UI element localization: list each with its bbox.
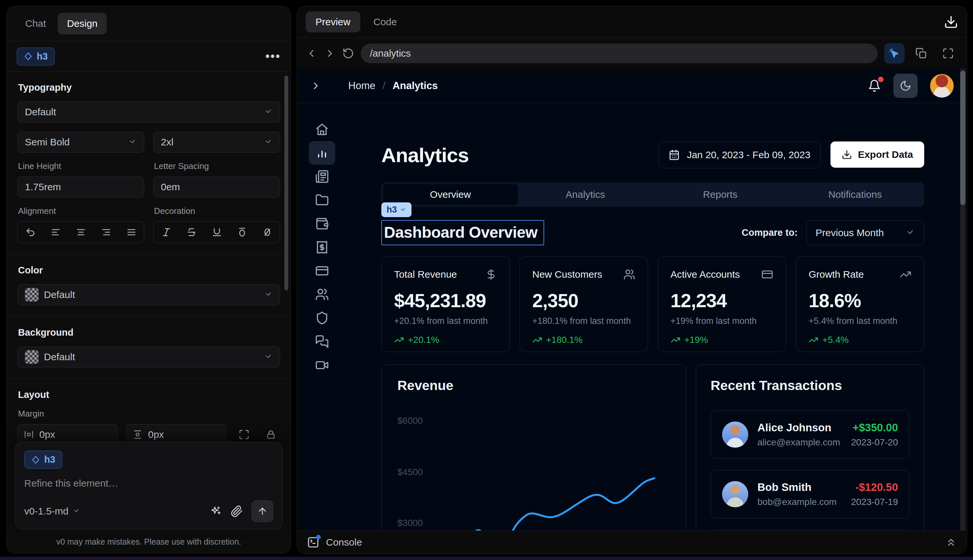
transaction-name: Bob Smith [758,481,837,493]
dollar-sign-icon [485,268,497,280]
dashboard-tabs: OverviewAnalyticsReportsNotifications [381,182,924,207]
diamond-icon [31,455,40,464]
copy-button[interactable] [911,43,931,63]
margin-x-value: 0px [39,429,55,440]
sidebar-item-shield[interactable] [309,306,335,330]
font-weight-select[interactable]: Semi Bold [17,132,144,153]
dashboard-tab-notifications[interactable]: Notifications [788,184,923,205]
decoration-underline-button[interactable] [204,222,229,243]
margin-label: Margin [18,409,280,419]
sidebar-item-wallet[interactable] [309,212,335,235]
selection-tag-badge[interactable]: h3 [381,202,412,217]
transaction-item[interactable]: Alice Johnson alice@example.com +$350.00… [711,410,910,459]
letter-spacing-input[interactable]: 0em [154,177,280,197]
transaction-email: bob@example.com [758,497,837,507]
theme-toggle-button[interactable] [893,74,918,98]
align-left-icon [50,227,61,237]
composer-element-badge[interactable]: h3 [24,451,62,468]
trending-up-icon [809,335,818,345]
transaction-amount: -$120.50 [851,481,898,493]
font-family-select[interactable]: Default [17,102,280,122]
sidebar-item-newspaper[interactable] [309,165,335,188]
transaction-date: 2023-07-20 [851,437,898,448]
align-align-left-button[interactable] [43,222,68,243]
color-select[interactable]: Default [17,284,280,305]
tab-design[interactable]: Design [58,13,107,34]
chevrons-up-icon[interactable] [945,537,957,548]
send-button[interactable] [252,500,273,522]
dashboard-tab-reports[interactable]: Reports [653,184,788,205]
stat-subtext: +180.1% from last month [532,316,635,326]
more-options-button[interactable]: ••• [265,50,281,63]
stat-card: Growth Rate 18.6% +5.4% from last month … [796,257,924,352]
console-bar[interactable]: Console [297,530,967,554]
breadcrumb: Home / Analytics [348,80,438,92]
attachment-icon[interactable] [230,505,243,517]
align-align-justify-button[interactable] [118,222,144,243]
align-align-right-button[interactable] [93,222,118,243]
sidebar-item-video[interactable] [309,353,335,377]
notifications-button[interactable] [868,79,881,92]
dashboard-tab-analytics[interactable]: Analytics [518,184,653,205]
stat-title: Total Revenue [394,269,457,280]
margin-lock-button[interactable] [262,425,280,444]
font-size-select[interactable]: 2xl [154,132,280,153]
transactions-list: Alice Johnson alice@example.com +$350.00… [711,410,910,518]
sidebar-item-users[interactable] [309,283,335,306]
decoration-strikethrough-button[interactable] [179,222,204,243]
moon-icon [900,80,911,92]
users-icon [315,288,329,301]
selected-heading-outline[interactable]: Dashboard Overview [381,220,544,245]
transaction-date: 2023-07-19 [851,497,898,507]
sidebar-item-credit-card[interactable] [309,259,335,283]
align-align-center-button[interactable] [68,222,93,243]
design-panel: Chat Design h3 ••• Typography Default Se… [7,6,291,553]
user-avatar[interactable] [930,74,954,98]
inspect-mode-button[interactable] [884,43,905,63]
refresh-icon[interactable] [342,47,354,59]
preview-scrollbar-thumb[interactable] [960,71,965,205]
breadcrumb-home[interactable]: Home [348,80,376,92]
disclaimer-text: v0 may make mistakes. Please use with di… [7,537,290,547]
sidebar-item-folder[interactable] [309,188,335,212]
decoration-italic-button[interactable] [154,222,179,243]
composer-input[interactable]: Refine this element… [24,478,273,489]
date-range-button[interactable]: Jan 20, 2023 - Feb 09, 2023 [659,142,821,168]
tab-code[interactable]: Code [364,12,407,32]
background-select[interactable]: Default [17,347,280,367]
transaction-item[interactable]: Bob Smith bob@example.com -$120.50 2023-… [711,470,910,518]
left-panel-scrollbar[interactable] [284,76,288,290]
wallet-icon [315,217,329,230]
fullscreen-button[interactable] [938,43,958,63]
download-icon[interactable] [944,15,958,29]
export-data-button[interactable]: Export Data [831,142,924,168]
sidebar-item-bar-chart[interactable] [309,141,335,165]
line-height-input[interactable]: 1.75rem [17,177,144,197]
margin-expand-button[interactable] [235,425,253,444]
url-input[interactable]: /analytics [361,43,878,63]
tab-preview[interactable]: Preview [305,12,360,32]
forward-icon[interactable] [324,47,336,59]
chevron-down-icon [264,353,272,361]
dashboard-tab-overview[interactable]: Overview [383,184,518,205]
sidebar-item-home[interactable] [309,118,335,141]
back-icon[interactable] [305,47,317,59]
model-selector[interactable]: v0-1.5-md [24,506,80,517]
stat-cards: Total Revenue $45,231.89 +20.1% from las… [381,257,924,352]
decoration-overline-button[interactable] [229,222,255,243]
sidebar-item-receipt[interactable] [309,235,335,259]
sparkles-icon[interactable] [210,505,222,517]
sidebar-item-messages[interactable] [309,330,335,353]
selected-element-badge[interactable]: h3 [17,47,55,65]
decoration-none-button[interactable] [255,222,280,243]
italic-icon [161,227,172,237]
align-undo-button[interactable] [18,222,43,243]
notification-dot [878,77,884,82]
chevron-down-icon [264,290,272,299]
messages-icon [315,335,329,348]
compare-select[interactable]: Previous Month [806,220,924,245]
background-value: Default [44,352,259,363]
console-label: Console [326,537,362,548]
tab-chat[interactable]: Chat [16,13,55,34]
sidebar-toggle-icon[interactable] [310,80,321,92]
